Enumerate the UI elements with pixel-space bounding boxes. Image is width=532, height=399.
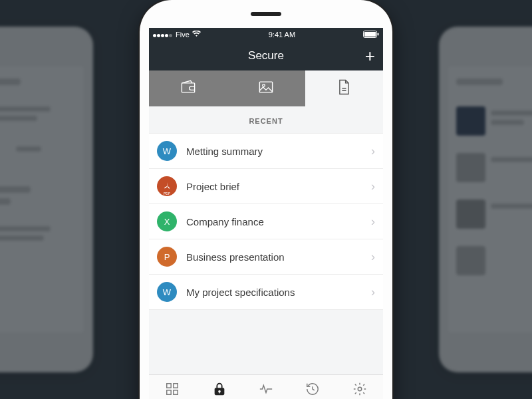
- signal-dots-icon: [153, 31, 173, 39]
- word-badge-icon: W: [157, 141, 177, 161]
- excel-badge-icon: X: [157, 211, 177, 231]
- tab-wallet[interactable]: [149, 70, 227, 106]
- svg-rect-7: [174, 383, 178, 387]
- tabbar-dash[interactable]: Dash: [149, 375, 196, 399]
- list-item[interactable]: WMy project specifications›: [149, 275, 383, 310]
- svg-rect-3: [182, 83, 194, 92]
- restore-icon: [305, 382, 320, 398]
- list-item[interactable]: PDFProject brief›: [149, 169, 383, 204]
- list-item-label: Project brief: [186, 181, 371, 192]
- wifi-icon: [192, 31, 201, 39]
- lock-icon: [212, 382, 227, 398]
- svg-rect-9: [174, 390, 178, 394]
- tabbar-monitor[interactable]: Monitor: [243, 375, 289, 399]
- list-item[interactable]: PBusiness presentation›: [149, 239, 383, 275]
- gear-icon: [352, 382, 367, 398]
- tab-documents[interactable]: [305, 70, 383, 106]
- svg-rect-8: [167, 390, 171, 394]
- pulse-icon: [259, 382, 273, 398]
- category-tabs: [149, 70, 383, 106]
- battery-icon: [363, 31, 379, 39]
- tab-bar: Dash Secure Monitor Restore: [149, 374, 383, 399]
- svg-rect-1: [364, 32, 376, 37]
- tab-photos[interactable]: [227, 70, 305, 106]
- device-frame: Five 9:41 AM Secure +: [140, 0, 392, 399]
- wallet-icon: [179, 78, 198, 99]
- device-speaker: [251, 12, 281, 16]
- chevron-right-icon: ›: [371, 215, 375, 229]
- chevron-right-icon: ›: [371, 285, 375, 299]
- status-bar: Five 9:41 AM: [149, 28, 383, 41]
- svg-point-5: [263, 84, 265, 87]
- carrier-label: Five: [176, 31, 190, 39]
- list-item-label: My project specifications: [186, 287, 371, 298]
- list-item-label: Metting summary: [186, 146, 371, 157]
- svg-point-10: [358, 387, 362, 391]
- svg-rect-6: [167, 383, 171, 387]
- chevron-right-icon: ›: [371, 180, 375, 194]
- svg-rect-2: [377, 33, 378, 35]
- tabbar-settings[interactable]: Settings: [336, 375, 383, 399]
- list-item-label: Company finance: [186, 216, 371, 227]
- section-header: RECENT: [149, 106, 383, 133]
- chevron-right-icon: ›: [371, 144, 375, 158]
- ppt-badge-icon: P: [157, 247, 177, 267]
- chevron-right-icon: ›: [371, 250, 375, 264]
- clock-label: 9:41 AM: [269, 31, 295, 39]
- word-badge-icon: W: [157, 282, 177, 302]
- list-item-label: Business presentation: [186, 251, 371, 263]
- grid-icon: [165, 382, 180, 398]
- tabbar-secure[interactable]: Secure: [196, 375, 242, 399]
- pdf-badge-icon: PDF: [157, 176, 177, 196]
- document-icon: [334, 78, 353, 99]
- tabbar-restore[interactable]: Restore: [289, 375, 336, 399]
- add-button[interactable]: +: [365, 41, 375, 70]
- svg-rect-4: [259, 82, 272, 92]
- list-item[interactable]: XCompany finance›: [149, 204, 383, 239]
- nav-bar: Secure +: [149, 41, 383, 70]
- list-item[interactable]: WMetting summary›: [149, 133, 383, 169]
- page-title: Secure: [248, 49, 284, 63]
- photo-icon: [257, 78, 275, 99]
- plus-icon: +: [365, 46, 375, 66]
- content-scroll[interactable]: RECENT WMetting summary›PDFProject brief…: [149, 106, 383, 374]
